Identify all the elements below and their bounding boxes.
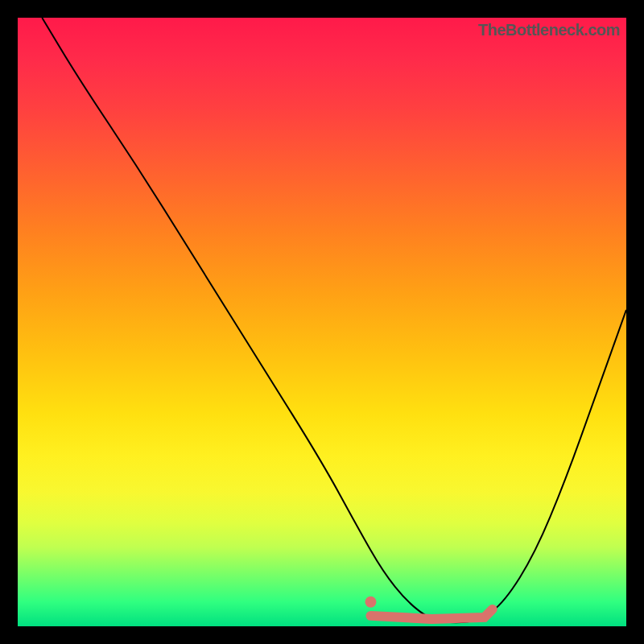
chart-area: TheBottleneck.com	[18, 18, 626, 626]
valley-highlight-band	[370, 609, 492, 619]
bottleneck-curve-path	[42, 18, 626, 622]
valley-highlight-dot	[365, 597, 376, 608]
curve-svg	[18, 18, 626, 626]
